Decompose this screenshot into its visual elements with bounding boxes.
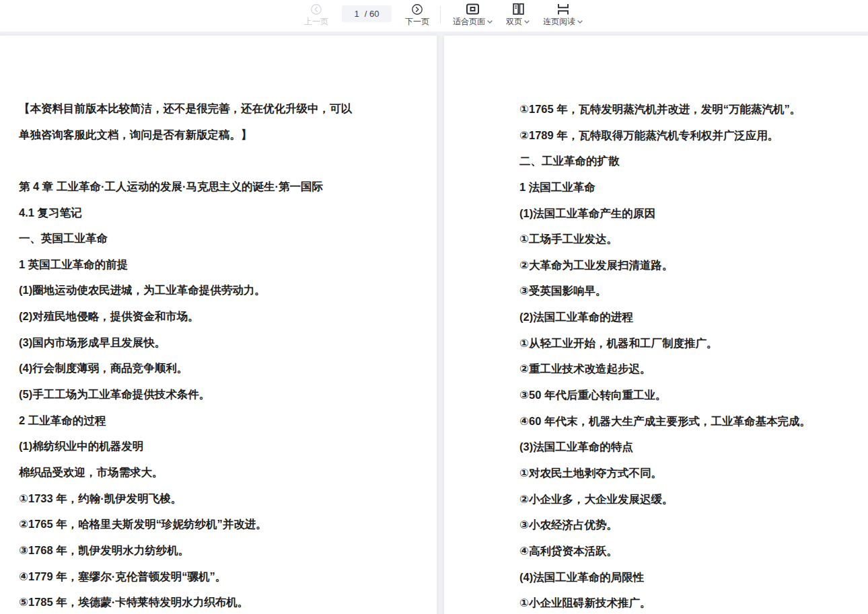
doc-line: (1)圈地运动使农民进城，为工业革命提供劳动力。 — [19, 277, 352, 303]
prev-page-button[interactable]: 上一页 — [304, 3, 328, 26]
doc-line: 1 法国工业革命 — [519, 174, 811, 200]
doc-line: 一、英国工业革命 — [19, 225, 352, 252]
pdf-page-left: 【本资料目前版本比较简洁，还不是很完善，还在优化升级中，可以单独咨询客服此文档，… — [0, 36, 437, 614]
doc-line: ②小企业多，大企业发展迟缓。 — [519, 486, 811, 512]
page-left-text: 【本资料目前版本比较简洁，还不是很完善，还在优化升级中，可以单独咨询客服此文档，… — [19, 95, 352, 614]
continuous-read-label: 连页阅读 — [543, 17, 575, 26]
fit-page-button[interactable]: 适合页面 — [453, 3, 493, 26]
next-page-label: 下一页 — [405, 17, 429, 26]
fit-page-label: 适合页面 — [453, 17, 485, 26]
doc-line: ④高利贷资本活跃。 — [519, 538, 811, 564]
toolbar-controls: 上一页 1 / 60 下一页 — [304, 3, 583, 26]
doc-line: 【本资料目前版本比较简洁，还不是很完善，还在优化升级中，可以 — [19, 95, 352, 122]
doc-line: ③1768 年，凯伊发明水力纺纱机。 — [19, 537, 352, 564]
page-total: / 60 — [365, 9, 379, 19]
doc-line: ①小企业阻碍新技术推广。 — [519, 590, 811, 614]
doc-line: ①工场手工业发达。 — [519, 226, 811, 252]
prev-page-label: 上一页 — [304, 17, 328, 26]
doc-line: ④60 年代末，机器大生产成主要形式，工业革命基本完成。 — [519, 408, 811, 434]
doc-line: (5)手工工场为工业革命提供技术条件。 — [19, 381, 352, 408]
doc-line: 第 4 章 工业革命·工人运动的发展·马克思主义的诞生·第一国际 — [19, 174, 352, 200]
doc-line: 2 工业革命的过程 — [19, 408, 352, 434]
fit-page-icon — [466, 3, 480, 15]
document-viewer[interactable]: 【本资料目前版本比较简洁，还不是很完善，还在优化升级中，可以单独咨询客服此文档，… — [0, 32, 868, 614]
page-number-input[interactable]: 1 / 60 — [342, 5, 392, 22]
doc-line: ②1765 年，哈格里夫斯发明“珍妮纺纱机”并改进。 — [19, 511, 352, 537]
doc-line: 棉织品受欢迎，市场需求大。 — [19, 459, 352, 486]
doc-line: 二、工业革命的扩散 — [519, 148, 811, 174]
chevron-down-icon — [524, 20, 530, 24]
prev-circle-icon — [310, 3, 322, 15]
page-right-text: ①1765 年，瓦特发明蒸汽机并改进，发明“万能蒸汽机”。②1789 年，瓦特取… — [519, 96, 811, 614]
chevron-down-icon — [487, 20, 493, 24]
two-page-icon — [511, 3, 525, 15]
doc-line: ④1779 年，塞缪尔·克伦普顿发明“骡机”。 — [19, 564, 352, 590]
page-current: 1 — [355, 9, 359, 19]
doc-line: ①对农民土地剥夺方式不同。 — [519, 460, 811, 486]
doc-line: ③50 年代后重心转向重工业。 — [519, 382, 811, 408]
doc-line — [19, 147, 352, 174]
next-circle-icon — [411, 3, 423, 15]
two-page-button[interactable]: 双页 — [506, 3, 530, 26]
doc-line: 1 英国工业革命的前提 — [19, 252, 352, 278]
pdf-toolbar: 上一页 1 / 60 下一页 — [0, 0, 868, 32]
pdf-page-right: ①1765 年，瓦特发明蒸汽机并改进，发明“万能蒸汽机”。②1789 年，瓦特取… — [444, 36, 868, 614]
doc-line: (3)国内市场形成早且发展快。 — [19, 330, 352, 356]
doc-line: ③受英国影响早。 — [519, 278, 811, 304]
doc-line: ②1789 年，瓦特取得万能蒸汽机专利权并广泛应用。 — [519, 122, 811, 149]
doc-line: 单独咨询客服此文档，询问是否有新版定稿。】 — [19, 122, 352, 148]
doc-line: ②重工业技术改造起步迟。 — [519, 356, 811, 382]
doc-line: ③小农经济占优势。 — [519, 512, 811, 538]
doc-line: ⑤1785 年，埃德蒙·卡特莱特发明水力织布机。 — [19, 589, 352, 614]
doc-line: (3)法国工业革命的特点 — [519, 434, 811, 460]
doc-line: 4.1 复习笔记 — [19, 200, 352, 226]
doc-line: (2)法国工业革命的进程 — [519, 304, 811, 330]
doc-line: (1)法国工业革命产生的原因 — [519, 200, 811, 227]
two-page-label: 双页 — [506, 17, 522, 26]
continuous-read-button[interactable]: 连页阅读 — [543, 3, 583, 26]
doc-line: (1)棉纺织业中的机器发明 — [19, 433, 352, 459]
doc-line: ①1765 年，瓦特发明蒸汽机并改进，发明“万能蒸汽机”。 — [519, 96, 811, 122]
doc-line: ②大革命为工业发展扫清道路。 — [519, 252, 811, 278]
doc-line: ①1733 年，约翰·凯伊发明飞梭。 — [19, 486, 352, 512]
doc-line: (4)行会制度薄弱，商品竞争顺利。 — [19, 355, 352, 381]
continuous-read-icon — [556, 3, 571, 15]
doc-line: (4)法国工业革命的局限性 — [519, 564, 811, 590]
doc-line: ①从轻工业开始，机器和工厂制度推广。 — [519, 330, 811, 356]
chevron-down-icon — [577, 20, 583, 24]
next-page-button[interactable]: 下一页 — [405, 3, 429, 26]
doc-line: (2)对殖民地侵略，提供资金和市场。 — [19, 303, 352, 330]
toolbar-divider — [440, 6, 441, 24]
